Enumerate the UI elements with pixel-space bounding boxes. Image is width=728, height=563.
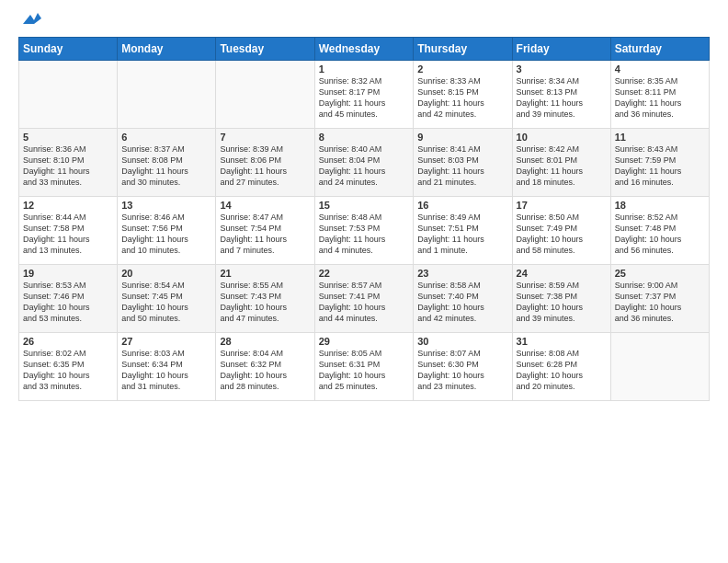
day-info: Sunrise: 8:54 AM Sunset: 7:45 PM Dayligh… [121,280,211,325]
day-number: 26 [23,336,113,347]
weekday-header-thursday: Thursday [414,38,512,61]
day-info: Sunrise: 8:44 AM Sunset: 7:58 PM Dayligh… [23,212,113,257]
day-number: 29 [319,336,410,347]
calendar-cell: 30Sunrise: 8:07 AM Sunset: 6:30 PM Dayli… [414,333,512,401]
day-number: 1 [319,63,410,75]
day-info: Sunrise: 8:04 AM Sunset: 6:32 PM Dayligh… [220,348,310,393]
calendar-cell: 14Sunrise: 8:47 AM Sunset: 7:54 PM Dayli… [216,197,314,265]
day-info: Sunrise: 8:05 AM Sunset: 6:31 PM Dayligh… [319,348,410,393]
calendar-cell: 9Sunrise: 8:41 AM Sunset: 8:03 PM Daylig… [414,129,512,197]
logo [18,15,41,28]
calendar-cell: 4Sunrise: 8:35 AM Sunset: 8:11 PM Daylig… [610,61,709,129]
calendar-week-row: 1Sunrise: 8:32 AM Sunset: 8:17 PM Daylig… [19,61,710,129]
day-info: Sunrise: 8:52 AM Sunset: 7:48 PM Dayligh… [615,212,705,257]
calendar-cell [216,61,314,129]
day-info: Sunrise: 8:43 AM Sunset: 7:59 PM Dayligh… [615,144,705,189]
calendar-cell: 29Sunrise: 8:05 AM Sunset: 6:31 PM Dayli… [314,333,414,401]
day-info: Sunrise: 8:46 AM Sunset: 7:56 PM Dayligh… [121,212,211,257]
calendar-cell: 5Sunrise: 8:36 AM Sunset: 8:10 PM Daylig… [19,129,118,197]
calendar-header: SundayMondayTuesdayWednesdayThursdayFrid… [19,38,710,61]
day-info: Sunrise: 8:57 AM Sunset: 7:41 PM Dayligh… [319,280,410,325]
day-info: Sunrise: 8:48 AM Sunset: 7:53 PM Dayligh… [319,212,410,257]
day-number: 2 [417,63,507,75]
calendar-cell: 24Sunrise: 8:59 AM Sunset: 7:38 PM Dayli… [512,265,610,333]
page: SundayMondayTuesdayWednesdayThursdayFrid… [0,0,728,563]
calendar-table: SundayMondayTuesdayWednesdayThursdayFrid… [18,37,710,401]
day-info: Sunrise: 8:03 AM Sunset: 6:34 PM Dayligh… [121,348,211,393]
day-number: 17 [517,200,607,211]
day-number: 23 [417,268,507,279]
day-number: 16 [417,200,507,211]
calendar-cell: 26Sunrise: 8:02 AM Sunset: 6:35 PM Dayli… [19,333,118,401]
calendar-cell: 28Sunrise: 8:04 AM Sunset: 6:32 PM Dayli… [216,333,314,401]
day-info: Sunrise: 8:41 AM Sunset: 8:03 PM Dayligh… [417,144,507,189]
calendar-cell: 21Sunrise: 8:55 AM Sunset: 7:43 PM Dayli… [216,265,314,333]
day-info: Sunrise: 8:35 AM Sunset: 8:11 PM Dayligh… [615,75,705,121]
calendar-cell [118,61,216,129]
day-info: Sunrise: 8:53 AM Sunset: 7:46 PM Dayligh… [23,280,113,325]
calendar-cell: 2Sunrise: 8:33 AM Sunset: 8:15 PM Daylig… [414,61,512,129]
calendar-body: 1Sunrise: 8:32 AM Sunset: 8:17 PM Daylig… [19,61,710,401]
calendar-cell: 17Sunrise: 8:50 AM Sunset: 7:49 PM Dayli… [512,197,610,265]
day-number: 31 [517,336,607,347]
calendar-cell: 8Sunrise: 8:40 AM Sunset: 8:04 PM Daylig… [314,129,414,197]
day-info: Sunrise: 8:55 AM Sunset: 7:43 PM Dayligh… [220,280,310,325]
day-number: 3 [517,63,607,75]
weekday-row: SundayMondayTuesdayWednesdayThursdayFrid… [19,38,710,61]
day-info: Sunrise: 8:50 AM Sunset: 7:49 PM Dayligh… [517,212,607,257]
calendar-cell: 13Sunrise: 8:46 AM Sunset: 7:56 PM Dayli… [118,197,216,265]
calendar-cell: 18Sunrise: 8:52 AM Sunset: 7:48 PM Dayli… [610,197,709,265]
day-info: Sunrise: 8:39 AM Sunset: 8:06 PM Dayligh… [220,144,310,189]
day-number: 24 [517,268,607,279]
calendar-cell: 12Sunrise: 8:44 AM Sunset: 7:58 PM Dayli… [19,197,118,265]
weekday-header-sunday: Sunday [19,38,118,61]
calendar-cell: 16Sunrise: 8:49 AM Sunset: 7:51 PM Dayli… [414,197,512,265]
header [18,15,710,28]
day-info: Sunrise: 8:40 AM Sunset: 8:04 PM Dayligh… [319,144,410,189]
svg-marker-0 [23,13,41,24]
calendar-cell: 19Sunrise: 8:53 AM Sunset: 7:46 PM Dayli… [19,265,118,333]
day-number: 4 [615,63,705,75]
calendar-cell: 11Sunrise: 8:43 AM Sunset: 7:59 PM Dayli… [610,129,709,197]
day-number: 22 [319,268,410,279]
day-info: Sunrise: 9:00 AM Sunset: 7:37 PM Dayligh… [615,280,705,325]
calendar-week-row: 12Sunrise: 8:44 AM Sunset: 7:58 PM Dayli… [19,197,710,265]
day-number: 30 [417,336,507,347]
day-number: 10 [517,132,607,143]
day-number: 19 [23,268,113,279]
weekday-header-monday: Monday [118,38,216,61]
day-info: Sunrise: 8:49 AM Sunset: 7:51 PM Dayligh… [417,212,507,257]
calendar-cell: 15Sunrise: 8:48 AM Sunset: 7:53 PM Dayli… [314,197,414,265]
weekday-header-tuesday: Tuesday [216,38,314,61]
calendar-cell [610,333,709,401]
day-number: 28 [220,336,310,347]
logo-bird-icon [21,11,41,28]
day-info: Sunrise: 8:08 AM Sunset: 6:28 PM Dayligh… [517,348,607,393]
calendar-cell: 25Sunrise: 9:00 AM Sunset: 7:37 PM Dayli… [610,265,709,333]
calendar-week-row: 19Sunrise: 8:53 AM Sunset: 7:46 PM Dayli… [19,265,710,333]
day-info: Sunrise: 8:33 AM Sunset: 8:15 PM Dayligh… [417,75,507,121]
day-number: 12 [23,200,113,211]
day-info: Sunrise: 8:34 AM Sunset: 8:13 PM Dayligh… [517,75,607,121]
day-number: 15 [319,200,410,211]
calendar-cell [19,61,118,129]
day-number: 18 [615,200,705,211]
day-info: Sunrise: 8:58 AM Sunset: 7:40 PM Dayligh… [417,280,507,325]
calendar-cell: 3Sunrise: 8:34 AM Sunset: 8:13 PM Daylig… [512,61,610,129]
day-number: 6 [121,132,211,143]
day-info: Sunrise: 8:32 AM Sunset: 8:17 PM Dayligh… [319,75,410,121]
day-number: 5 [23,132,113,143]
day-info: Sunrise: 8:37 AM Sunset: 8:08 PM Dayligh… [121,144,211,189]
calendar-week-row: 26Sunrise: 8:02 AM Sunset: 6:35 PM Dayli… [19,333,710,401]
day-info: Sunrise: 8:02 AM Sunset: 6:35 PM Dayligh… [23,348,113,393]
day-info: Sunrise: 8:36 AM Sunset: 8:10 PM Dayligh… [23,144,113,189]
calendar-cell: 31Sunrise: 8:08 AM Sunset: 6:28 PM Dayli… [512,333,610,401]
day-number: 27 [121,336,211,347]
day-number: 13 [121,200,211,211]
day-number: 14 [220,200,310,211]
day-info: Sunrise: 8:47 AM Sunset: 7:54 PM Dayligh… [220,212,310,257]
day-number: 11 [615,132,705,143]
calendar-cell: 10Sunrise: 8:42 AM Sunset: 8:01 PM Dayli… [512,129,610,197]
weekday-header-saturday: Saturday [610,38,709,61]
day-number: 8 [319,132,410,143]
